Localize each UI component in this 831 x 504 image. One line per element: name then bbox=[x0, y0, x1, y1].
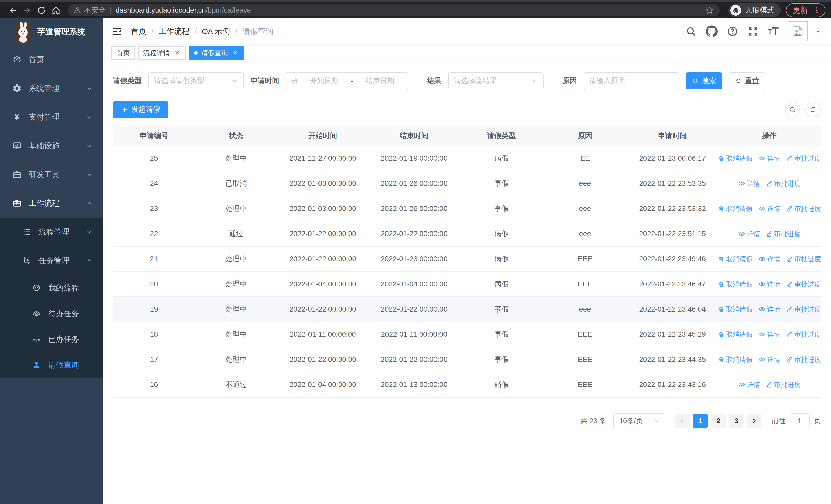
detail-link[interactable]: 详情 bbox=[758, 355, 780, 364]
detail-link[interactable]: 详情 bbox=[738, 380, 760, 389]
detail-link[interactable]: 详情 bbox=[758, 255, 780, 264]
page-button-1[interactable]: 1 bbox=[693, 414, 708, 428]
sidebar-item-process-mgmt[interactable]: 流程管理 bbox=[0, 217, 103, 246]
browser-address-bar[interactable]: 不安全 dashboard.yudao.iocoder.cn/bpm/oa/le… bbox=[68, 4, 720, 17]
trash-icon bbox=[718, 205, 724, 212]
detail-link[interactable]: 详情 bbox=[758, 305, 780, 314]
create-leave-button[interactable]: 发起请假 bbox=[113, 101, 168, 118]
table-row: 16不通过2022-01-04 00:00:002022-01-13 00:00… bbox=[113, 372, 821, 397]
result-select[interactable]: 请选择流结果 bbox=[448, 72, 544, 89]
search-icon bbox=[789, 106, 796, 113]
create-leave-label: 发起请假 bbox=[132, 105, 160, 114]
browser-home-icon[interactable] bbox=[49, 3, 63, 18]
progress-link[interactable]: 审批进度 bbox=[766, 179, 801, 188]
sidebar-logo[interactable]: 芋道管理系统 bbox=[0, 19, 103, 45]
next-page-button[interactable] bbox=[747, 414, 762, 428]
prev-page-button[interactable] bbox=[675, 414, 690, 428]
sidebar-item-payment[interactable]: 支付管理 bbox=[0, 102, 103, 131]
cell-start: 2022-01-04 00:00:00 bbox=[277, 271, 369, 297]
breadcrumb-item[interactable]: 工作流程 bbox=[159, 26, 190, 37]
progress-link[interactable]: 审批进度 bbox=[786, 355, 821, 364]
browser-menu-icon[interactable] bbox=[813, 6, 821, 14]
cell-type: 事假 bbox=[460, 171, 543, 196]
detail-link[interactable]: 详情 bbox=[738, 179, 760, 188]
sidebar-fold-icon[interactable] bbox=[111, 26, 122, 37]
browser-update-button[interactable]: 更新 bbox=[786, 3, 825, 17]
apply-time-range-picker[interactable]: 开始日期 - 结束日期 bbox=[285, 72, 408, 89]
bookmark-star-icon[interactable] bbox=[705, 6, 714, 14]
sidebar-item-home[interactable]: 首页 bbox=[0, 45, 103, 74]
table-row: 21处理中2022-01-22 00:00:002022-01-23 00:00… bbox=[113, 246, 821, 271]
cancel-link[interactable]: 取消请假 bbox=[718, 330, 753, 339]
leave-type-select[interactable]: 请选择请假类型 bbox=[148, 72, 244, 89]
action-label: 审批进度 bbox=[794, 330, 821, 339]
progress-link[interactable]: 审批进度 bbox=[786, 204, 821, 213]
table-refresh-button[interactable] bbox=[805, 102, 821, 117]
cell-actions: 取消请假详情审批进度 bbox=[718, 297, 821, 322]
sidebar-item-infra[interactable]: 基础设施 bbox=[0, 131, 103, 160]
detail-link[interactable]: 详情 bbox=[738, 230, 760, 238]
cancel-link[interactable]: 取消请假 bbox=[718, 305, 753, 314]
sidebar-item-workflow[interactable]: 工作流程 bbox=[0, 189, 103, 217]
close-icon[interactable]: ✕ bbox=[231, 49, 239, 56]
header-search-icon[interactable] bbox=[685, 26, 696, 37]
tab-首页[interactable]: 首页 bbox=[111, 46, 135, 60]
progress-link[interactable]: 审批进度 bbox=[766, 230, 801, 238]
reset-button[interactable]: 重置 bbox=[729, 72, 765, 89]
font-size-icon[interactable]: TT bbox=[768, 26, 779, 37]
cancel-link[interactable]: 取消请假 bbox=[718, 280, 753, 289]
browser-back-icon[interactable] bbox=[6, 3, 20, 18]
help-icon[interactable] bbox=[727, 26, 738, 37]
avatar-caret-icon[interactable] bbox=[814, 27, 822, 35]
cancel-link[interactable]: 取消请假 bbox=[718, 204, 753, 213]
search-button[interactable]: 搜索 bbox=[686, 72, 722, 89]
sidebar: 芋道管理系统 首页系统管理支付管理基础设施研发工具工作流程流程管理任务管理我的流… bbox=[0, 19, 103, 504]
breadcrumb-item[interactable]: OA 示例 bbox=[202, 26, 230, 37]
browser-forward-icon[interactable] bbox=[20, 3, 34, 18]
page-size-select[interactable]: 10条/页 bbox=[613, 413, 664, 428]
sidebar-item-todo-tasks[interactable]: 待办任务 bbox=[0, 301, 103, 326]
cell-actions: 取消请假详情审批进度 bbox=[718, 271, 821, 297]
tab-流程详情[interactable]: 流程详情✕ bbox=[138, 46, 186, 60]
cell-actions: 详情审批进度 bbox=[718, 372, 821, 397]
browser-reload-icon[interactable] bbox=[34, 3, 49, 18]
avatar[interactable] bbox=[788, 21, 808, 41]
sidebar-item-dev-tools[interactable]: 研发工具 bbox=[0, 160, 103, 189]
breadcrumb-item[interactable]: 首页 bbox=[131, 26, 146, 37]
table-search-toggle-button[interactable] bbox=[785, 102, 800, 117]
progress-link[interactable]: 审批进度 bbox=[786, 255, 821, 264]
fullscreen-icon[interactable] bbox=[747, 26, 758, 37]
cell-end: 2022-01-22 00:00:00 bbox=[369, 297, 460, 322]
detail-link[interactable]: 详情 bbox=[758, 280, 780, 289]
eye-closed-icon bbox=[31, 335, 41, 344]
eye-icon bbox=[758, 280, 766, 288]
reason-input[interactable] bbox=[583, 72, 679, 89]
close-icon[interactable]: ✕ bbox=[173, 49, 181, 56]
progress-link[interactable]: 审批进度 bbox=[786, 280, 821, 289]
progress-link[interactable]: 审批进度 bbox=[786, 330, 821, 339]
action-label: 取消请假 bbox=[726, 330, 753, 339]
detail-link[interactable]: 详情 bbox=[758, 154, 780, 163]
chevron-down-icon bbox=[86, 142, 93, 149]
edit-icon bbox=[786, 256, 793, 262]
sidebar-item-leave-query[interactable]: 请假查询 bbox=[0, 352, 103, 378]
detail-link[interactable]: 详情 bbox=[758, 204, 780, 213]
sidebar-item-done-tasks[interactable]: 已办任务 bbox=[0, 326, 103, 352]
cell-type: 事假 bbox=[460, 322, 543, 347]
sidebar-item-system[interactable]: 系统管理 bbox=[0, 74, 103, 102]
progress-link[interactable]: 审批进度 bbox=[766, 380, 801, 389]
detail-link[interactable]: 详情 bbox=[758, 330, 780, 339]
github-icon[interactable] bbox=[706, 25, 718, 37]
goto-page-input[interactable] bbox=[790, 413, 810, 428]
cancel-link[interactable]: 取消请假 bbox=[718, 355, 753, 364]
sidebar-item-my-process[interactable]: 我的流程 bbox=[0, 275, 103, 301]
progress-link[interactable]: 审批进度 bbox=[786, 154, 821, 163]
cancel-link[interactable]: 取消请假 bbox=[718, 154, 753, 163]
action-label: 审批进度 bbox=[774, 380, 801, 389]
progress-link[interactable]: 审批进度 bbox=[786, 305, 821, 314]
cancel-link[interactable]: 取消请假 bbox=[718, 255, 753, 264]
page-button-2[interactable]: 2 bbox=[711, 414, 725, 428]
page-button-3[interactable]: 3 bbox=[729, 414, 744, 428]
sidebar-item-task-mgmt[interactable]: 任务管理 bbox=[0, 246, 103, 275]
tab-请假查询[interactable]: 请假查询✕ bbox=[189, 46, 244, 60]
